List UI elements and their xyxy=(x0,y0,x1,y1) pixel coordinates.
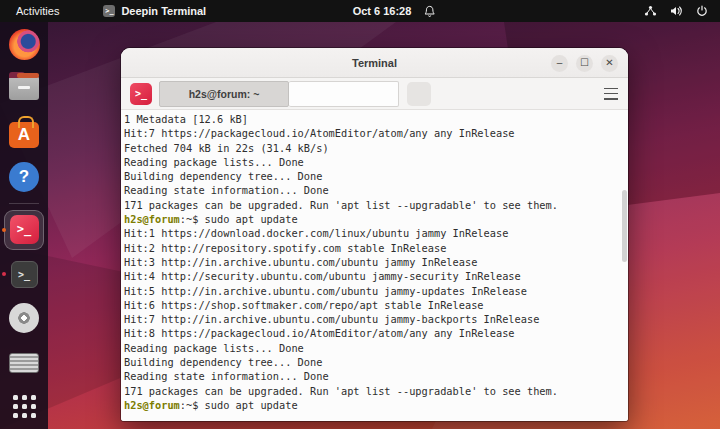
clock-area[interactable]: Oct 6 16:28 xyxy=(353,5,436,18)
dock-item-drive[interactable] xyxy=(0,341,48,385)
terminal-line: 171 packages can be upgraded. Run 'apt l… xyxy=(124,384,628,398)
window-controls: – ☐ ✕ xyxy=(551,48,618,78)
terminal-line: h2s@forum:~$ sudo apt update xyxy=(124,212,628,226)
scrollbar-thumb[interactable] xyxy=(622,190,627,262)
tab-h2s-forum[interactable]: h2s@forum: ~ xyxy=(159,81,289,107)
terminal-output: 1 Metadata [12.6 kB]Hit:7 https://packag… xyxy=(124,112,628,412)
terminal-line: 1 Metadata [12.6 kB] xyxy=(124,112,628,126)
shell-command: sudo apt update xyxy=(205,399,298,411)
maximize-button[interactable]: ☐ xyxy=(576,55,593,72)
terminal-line: Hit:4 http://security.ubuntu.com/ubuntu … xyxy=(124,269,628,283)
activities-button[interactable]: Activities xyxy=(0,0,75,22)
tab-bar: >_ h2s@forum: ~ xyxy=(121,78,628,110)
ubuntu-software-icon: A xyxy=(9,122,39,148)
network-icon xyxy=(644,5,657,17)
bell-icon xyxy=(423,5,435,18)
terminal-line: Hit:7 http://in.archive.ubuntu.com/ubunt… xyxy=(124,312,628,326)
shell-prompt: h2s@forum xyxy=(124,213,180,225)
terminal-line: Hit:7 https://packagecloud.io/AtomEditor… xyxy=(124,126,628,140)
minimize-button[interactable]: – xyxy=(551,55,568,72)
new-tab-button[interactable] xyxy=(407,82,431,106)
dock-item-disc[interactable] xyxy=(0,296,48,340)
top-bar: Activities >_ Deepin Terminal Oct 6 16:2… xyxy=(0,0,720,22)
terminal-line: Reading package lists... Done xyxy=(124,155,628,169)
terminal-line: 171 packages can be upgraded. Run 'apt l… xyxy=(124,198,628,212)
dock-separator xyxy=(9,203,39,204)
terminal-line: Hit:8 https://packagecloud.io/AtomEditor… xyxy=(124,326,628,340)
terminal-line: Reading state information... Done xyxy=(124,369,628,383)
desktop: Activities >_ Deepin Terminal Oct 6 16:2… xyxy=(0,0,720,429)
dock-item-deepin-terminal[interactable]: >_ xyxy=(0,208,48,252)
dock-item-ubuntu-software[interactable]: A xyxy=(0,110,48,154)
focused-app-indicator[interactable]: >_ Deepin Terminal xyxy=(103,5,206,17)
files-icon xyxy=(9,76,39,100)
dock: A ? >_ >_ xyxy=(0,22,48,429)
help-icon: ? xyxy=(9,162,39,192)
system-tray[interactable] xyxy=(644,0,712,22)
running-indicator xyxy=(2,272,6,276)
app-grid-icon xyxy=(13,395,36,418)
dock-item-help[interactable]: ? xyxy=(0,155,48,199)
hamburger-menu-icon[interactable] xyxy=(604,88,618,100)
terminal-line: Building dependency tree... Done xyxy=(124,355,628,369)
terminal-line: Hit:5 http://in.archive.ubuntu.com/ubunt… xyxy=(124,284,628,298)
deepin-terminal-mini-icon: >_ xyxy=(103,5,115,17)
terminal-line: Hit:3 http://in.archive.ubuntu.com/ubunt… xyxy=(124,255,628,269)
power-icon xyxy=(696,5,708,17)
focused-app-title: Deepin Terminal xyxy=(121,5,206,17)
terminal-window: Terminal – ☐ ✕ >_ h2s@forum: ~ 1 Metadat… xyxy=(121,48,628,421)
terminal-line: Reading package lists... Done xyxy=(124,341,628,355)
window-titlebar[interactable]: Terminal – ☐ ✕ xyxy=(121,48,628,78)
terminal-app-icon: >_ xyxy=(130,83,152,105)
terminal-line: Hit:2 http://repository.spotify.com stab… xyxy=(124,241,628,255)
deepin-terminal-icon: >_ xyxy=(10,215,39,244)
dock-item-firefox[interactable] xyxy=(0,22,48,66)
window-title: Terminal xyxy=(352,57,397,69)
terminal-line: h2s@forum:~$ sudo apt update xyxy=(124,398,628,412)
shell-prompt: h2s@forum xyxy=(124,399,180,411)
terminal-line: Fetched 704 kB in 22s (31.4 kB/s) xyxy=(124,141,628,155)
active-app-frame: >_ xyxy=(4,210,44,250)
running-indicator xyxy=(2,228,6,232)
gnome-terminal-icon: >_ xyxy=(11,261,38,288)
tab-empty[interactable] xyxy=(289,81,399,107)
dock-item-gnome-terminal[interactable]: >_ xyxy=(0,252,48,296)
terminal-line: Hit:1 https://download.docker.com/linux/… xyxy=(124,226,628,240)
volume-icon xyxy=(670,5,683,17)
terminal-line: Building dependency tree... Done xyxy=(124,169,628,183)
terminal-line: Hit:6 https://shop.softmaker.com/repo/ap… xyxy=(124,298,628,312)
shell-command: sudo apt update xyxy=(205,213,298,225)
terminal-content[interactable]: 1 Metadata [12.6 kB]Hit:7 https://packag… xyxy=(121,110,628,421)
disc-icon xyxy=(9,303,39,333)
drive-icon xyxy=(9,353,39,373)
clock-text: Oct 6 16:28 xyxy=(353,5,412,17)
firefox-icon xyxy=(9,29,40,60)
dock-item-files[interactable] xyxy=(0,66,48,110)
terminal-line: Reading state information... Done xyxy=(124,183,628,197)
close-button[interactable]: ✕ xyxy=(601,55,618,72)
dock-item-app-grid[interactable] xyxy=(0,385,48,429)
